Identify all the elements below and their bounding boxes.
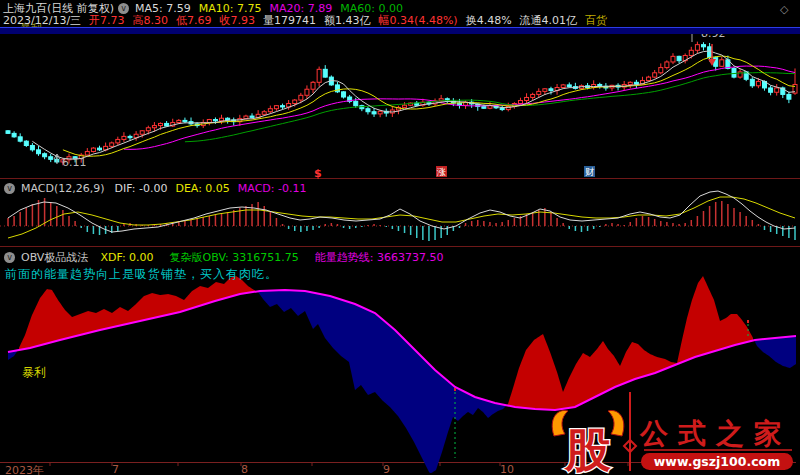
stock-app-window: 8.926.11$涨财股公式之家www.gszj100.com 上海九百(日线 … xyxy=(0,0,800,475)
low-price-label: 6.11 xyxy=(62,156,87,169)
obv-indicator-name: OBV极品战法 xyxy=(21,250,88,265)
ohlc-info-bar: 2023/12/13/三开7.73高8.30低7.69收7.93量179741额… xyxy=(3,14,615,27)
charts-canvas[interactable]: 8.926.11$涨财股公式之家www.gszj100.com xyxy=(0,0,800,475)
formula-label-bottom: 暴利 xyxy=(22,364,46,381)
ohlc-value: 低7.69 xyxy=(176,14,212,27)
candlestick-panel[interactable]: 8.926.11$涨财 xyxy=(6,27,797,180)
watermark-big-char: 股 xyxy=(563,423,611,475)
macd-value: DEA: 0.05 xyxy=(175,182,229,195)
dollar-marker: $ xyxy=(314,167,322,180)
ohlc-value: 高8.30 xyxy=(133,14,169,27)
ohlc-value: 额1.43亿 xyxy=(324,14,371,27)
obv-value: 复杂版OBV: 3316751.75 xyxy=(170,251,299,264)
axis-year-label: 2023年 xyxy=(5,463,44,475)
obv-value: 能量趋势线: 3663737.50 xyxy=(315,251,444,264)
watermark: 股公式之家www.gszj100.com xyxy=(552,392,793,475)
watermark-url: www.gszj100.com xyxy=(654,454,780,469)
obv-below-area xyxy=(258,290,506,473)
ohlc-value: 开7.73 xyxy=(89,14,125,27)
chevron-down-circle-icon[interactable]: v xyxy=(118,3,129,14)
obv-panel-header: v OBV极品战法 XDF: 0.00复杂版OBV: 3316751.75能量趋… xyxy=(4,250,459,265)
axis-month-label: 9 xyxy=(383,463,390,475)
macd-value: DIF: -0.00 xyxy=(115,182,168,195)
ohlc-value: 量179741 xyxy=(263,14,316,27)
obv-value: XDF: 0.00 xyxy=(100,251,153,264)
obv-values: XDF: 0.00复杂版OBV: 3316751.75能量趋势线: 366373… xyxy=(100,251,459,264)
collapse-obv-icon[interactable]: v xyxy=(4,252,15,263)
ohlc-value: 换4.48% xyxy=(466,14,512,27)
obv-below-area xyxy=(755,336,796,368)
collapse-macd-icon[interactable]: v xyxy=(4,183,15,194)
zhang-badge: 涨 xyxy=(436,167,446,177)
obv-above-area xyxy=(507,276,753,410)
axis-month-label: 7 xyxy=(112,463,119,475)
macd-value: MACD: -0.11 xyxy=(238,182,307,195)
watermark-brand: 公式之家 xyxy=(639,417,792,450)
panel-top-band xyxy=(0,27,800,34)
macd-panel-header: v MACD(12,26,9) DIF: -0.00DEA: 0.05MACD:… xyxy=(4,182,315,195)
axis-month-label: 8 xyxy=(241,463,248,475)
ohlc-value: 百货 xyxy=(585,14,607,27)
macd-panel[interactable] xyxy=(0,191,796,241)
obv-above-area xyxy=(19,276,256,350)
ohlc-value: 2023/12/13/三 xyxy=(3,14,81,27)
ohlc-value: 收7.93 xyxy=(220,14,256,27)
axis-month-label: 10 xyxy=(500,463,514,475)
macd-values: DIF: -0.00DEA: 0.05MACD: -0.11 xyxy=(115,182,315,195)
window-diamond-icon[interactable]: ◇ xyxy=(780,3,792,16)
strategy-annotation: 前面的能量趋势向上是吸货铺垫，买入有肉吃。 xyxy=(5,266,278,283)
ohlc-value: 幅0.34(4.48%) xyxy=(379,14,458,27)
macd-indicator-name: MACD(12,26,9) xyxy=(21,182,105,195)
cai-badge: 财 xyxy=(585,167,594,177)
ohlc-value: 流通4.01亿 xyxy=(520,14,578,27)
